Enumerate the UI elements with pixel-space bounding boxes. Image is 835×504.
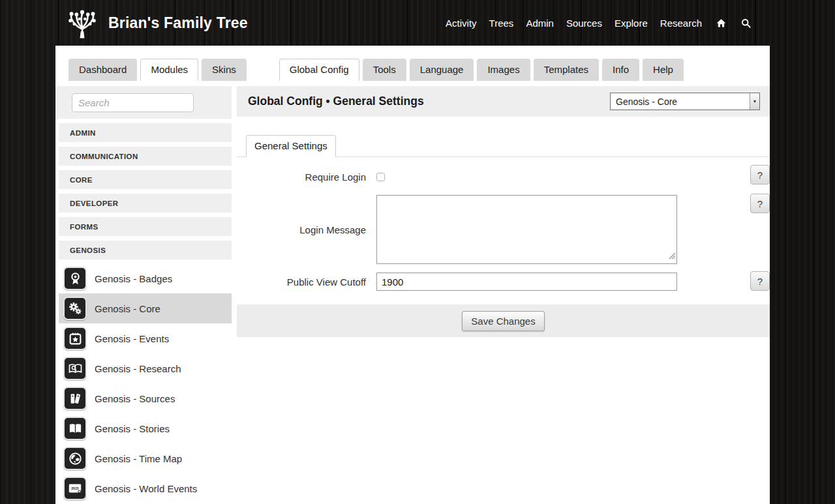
home-icon[interactable] bbox=[716, 18, 727, 29]
tab-general-settings[interactable]: General Settings bbox=[246, 135, 336, 157]
tab-templates[interactable]: Templates bbox=[534, 59, 599, 81]
sidebar-category-communication[interactable]: COMMUNICATION bbox=[59, 147, 232, 166]
app-title: Brian's Family Tree bbox=[108, 14, 248, 32]
book-magnifier-icon bbox=[63, 357, 87, 380]
page-title: Global Config • General Settings bbox=[248, 95, 424, 108]
module-label: Genosis - Time Map bbox=[95, 453, 182, 464]
tab-dashboard[interactable]: Dashboard bbox=[68, 59, 137, 81]
sidebar-category-list: ADMINCOMMUNICATIONCOREDEVELOPERFORMSGENO… bbox=[55, 123, 232, 259]
dropdown-arrow-icon: ▼ bbox=[750, 93, 759, 110]
panel-header: Global Config • General Settings Genosis… bbox=[237, 86, 770, 117]
tab-tools[interactable]: Tools bbox=[363, 59, 406, 81]
gears-icon bbox=[63, 297, 87, 320]
sidebar-item-genosis-stories[interactable]: Genosis - Stories bbox=[59, 413, 232, 443]
save-changes-button[interactable]: Save Changes bbox=[462, 311, 544, 331]
home-link[interactable]: Brian's Family Tree bbox=[65, 5, 248, 40]
nav-research[interactable]: Research bbox=[660, 18, 702, 29]
two-books-icon bbox=[63, 387, 87, 410]
globe-icon bbox=[63, 447, 87, 470]
require-login-checkbox[interactable] bbox=[376, 173, 385, 181]
calendar-star-icon bbox=[63, 327, 87, 350]
sidebar-category-forms[interactable]: FORMS bbox=[59, 217, 232, 236]
badge-icon bbox=[63, 267, 87, 290]
sidebar-search-block bbox=[55, 86, 232, 119]
svg-text:2015: 2015 bbox=[71, 486, 79, 490]
form-footer: Save Changes bbox=[237, 304, 770, 337]
module-label: Genosis - Sources bbox=[95, 393, 175, 404]
resize-grip-icon[interactable] bbox=[669, 250, 676, 262]
tab-help[interactable]: Help bbox=[643, 59, 684, 81]
sidebar-item-genosis-sources[interactable]: Genosis - Sources bbox=[59, 383, 232, 413]
public-view-cutoff-label: Public View Cutoff bbox=[237, 276, 376, 288]
sidebar-item-genosis-events[interactable]: Genosis - Events bbox=[59, 323, 232, 353]
sidebar-item-genosis-core[interactable]: Genosis - Core bbox=[59, 293, 232, 323]
sidebar-item-genosis-world-events[interactable]: 2015Genosis - World Events bbox=[59, 473, 232, 503]
sidebar-item-genosis-time-map[interactable]: Genosis - Time Map bbox=[59, 443, 232, 473]
tab-group-right: Global ConfigToolsLanguageImagesTemplate… bbox=[279, 59, 687, 81]
module-select[interactable]: Genosis - Core ▼ bbox=[610, 93, 760, 110]
tab-global-config[interactable]: Global Config bbox=[279, 59, 359, 81]
module-select-value: Genosis - Core bbox=[616, 96, 677, 107]
nav-sources[interactable]: Sources bbox=[566, 18, 602, 29]
family-tree-logo-icon bbox=[65, 7, 99, 40]
module-label: Genosis - Badges bbox=[95, 273, 172, 284]
require-login-help-button[interactable]: ? bbox=[750, 165, 770, 185]
open-book-icon bbox=[63, 417, 87, 440]
module-label: Genosis - Core bbox=[95, 303, 160, 314]
module-label: Genosis - Stories bbox=[95, 423, 170, 434]
tab-images[interactable]: Images bbox=[477, 59, 530, 81]
sidebar-category-genosis[interactable]: GENOSIS bbox=[59, 241, 232, 259]
sidebar-category-developer[interactable]: DEVELOPER bbox=[59, 194, 232, 213]
main-tab-row: DashboardModulesSkins Global ConfigTools… bbox=[55, 59, 770, 81]
sidebar-item-genosis-badges[interactable]: Genosis - Badges bbox=[59, 263, 232, 293]
require-login-label: Require Login bbox=[237, 171, 376, 183]
login-message-label: Login Message bbox=[237, 224, 376, 235]
nav-explore[interactable]: Explore bbox=[615, 18, 648, 29]
nav-trees[interactable]: Trees bbox=[489, 18, 514, 29]
settings-subtab-row: General Settings bbox=[237, 134, 770, 157]
require-login-row: Require Login bbox=[237, 171, 770, 183]
sidebar-module-list: Genosis - BadgesGenosis - CoreGenosis - … bbox=[55, 263, 232, 503]
tab-skins[interactable]: Skins bbox=[202, 59, 247, 81]
module-label: Genosis - Research bbox=[95, 363, 181, 374]
sidebar-category-core[interactable]: CORE bbox=[59, 170, 232, 189]
public-view-cutoff-input[interactable] bbox=[376, 273, 677, 291]
app-header: Brian's Family Tree ActivityTreesAdminSo… bbox=[0, 0, 835, 46]
module-label: Genosis - World Events bbox=[95, 483, 197, 494]
sidebar-category-admin[interactable]: ADMIN bbox=[59, 123, 232, 142]
tab-language[interactable]: Language bbox=[410, 59, 474, 81]
module-label: Genosis - Events bbox=[95, 333, 169, 344]
login-message-row: Login Message bbox=[237, 195, 770, 264]
header-nav: ActivityTreesAdminSourcesExploreResearch bbox=[446, 18, 835, 29]
content-container: DashboardModulesSkins Global ConfigTools… bbox=[55, 46, 770, 504]
tab-group-left: DashboardModulesSkins bbox=[68, 59, 250, 81]
year-frame-icon: 2015 bbox=[63, 477, 87, 500]
main-panel: Global Config • General Settings Genosis… bbox=[237, 86, 770, 503]
tab-modules[interactable]: Modules bbox=[140, 59, 198, 81]
login-message-textarea[interactable] bbox=[376, 195, 677, 264]
public-view-cutoff-row: Public View Cutoff bbox=[237, 273, 770, 291]
sidebar-item-genosis-research[interactable]: Genosis - Research bbox=[59, 353, 232, 383]
nav-admin[interactable]: Admin bbox=[526, 18, 554, 29]
module-sidebar: ADMINCOMMUNICATIONCOREDEVELOPERFORMSGENO… bbox=[55, 86, 232, 503]
search-icon[interactable] bbox=[740, 18, 752, 29]
search-input[interactable] bbox=[72, 93, 194, 112]
public-view-cutoff-help-button[interactable]: ? bbox=[750, 271, 770, 291]
login-message-help-button[interactable]: ? bbox=[750, 194, 770, 213]
tab-info[interactable]: Info bbox=[602, 59, 639, 81]
nav-activity[interactable]: Activity bbox=[446, 18, 477, 29]
